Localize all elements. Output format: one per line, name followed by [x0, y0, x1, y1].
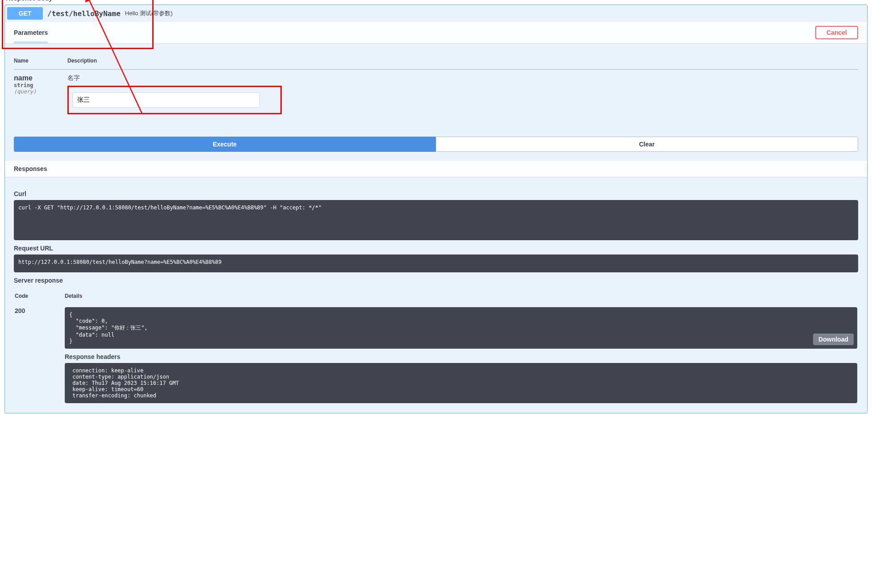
responses-inner: Curl curl -X GET "http://127.0.0.1:58080…	[5, 177, 867, 413]
param-location: (query)	[14, 88, 67, 95]
parameter-row: name string (query) 名字	[14, 70, 858, 119]
param-name: name	[14, 74, 67, 82]
execute-button[interactable]: Execute	[14, 137, 436, 152]
execute-row: Execute Clear	[5, 128, 867, 161]
param-input-highlight	[67, 86, 282, 114]
server-response-label: Server response	[14, 277, 858, 284]
col-header-description: Description	[67, 52, 858, 70]
operation-block: GET /test/helloByName Hello 测试(带参数) Para…	[4, 4, 868, 413]
response-status-code: 200	[15, 304, 64, 403]
response-body-highlight: Response body { "code": 0, "message": "你…	[2, 0, 154, 49]
cancel-button[interactable]: Cancel	[815, 26, 858, 39]
responses-header: Responses	[5, 161, 867, 177]
response-body-label: Response body	[6, 0, 150, 2]
parameters-table: Name Description name string (query) 名字	[5, 43, 867, 128]
curl-label: Curl	[14, 190, 858, 197]
col-header-code: Code	[15, 288, 64, 304]
response-row: 200 Response body { "code": 0, "message"…	[15, 304, 857, 403]
response-headers[interactable]: connection: keep-alive content-type: app…	[65, 363, 857, 403]
responses-title: Responses	[14, 165, 858, 172]
curl-command[interactable]: curl -X GET "http://127.0.0.1:58080/test…	[14, 200, 858, 240]
col-header-name: Name	[14, 52, 67, 70]
col-header-details: Details	[65, 288, 857, 304]
param-input-name[interactable]	[72, 92, 260, 108]
param-type: string	[14, 82, 67, 88]
clear-button[interactable]: Clear	[436, 137, 859, 152]
response-headers-label: Response headers	[65, 353, 857, 360]
request-url[interactable]: http://127.0.0.1:58080/test/helloByName?…	[14, 254, 858, 272]
param-description: 名字	[67, 74, 858, 82]
request-url-label: Request URL	[14, 245, 858, 252]
download-button[interactable]: Download	[813, 334, 854, 345]
response-body-full-bg: { "code": 0, "message": "你好：张三", "data":…	[65, 307, 857, 349]
